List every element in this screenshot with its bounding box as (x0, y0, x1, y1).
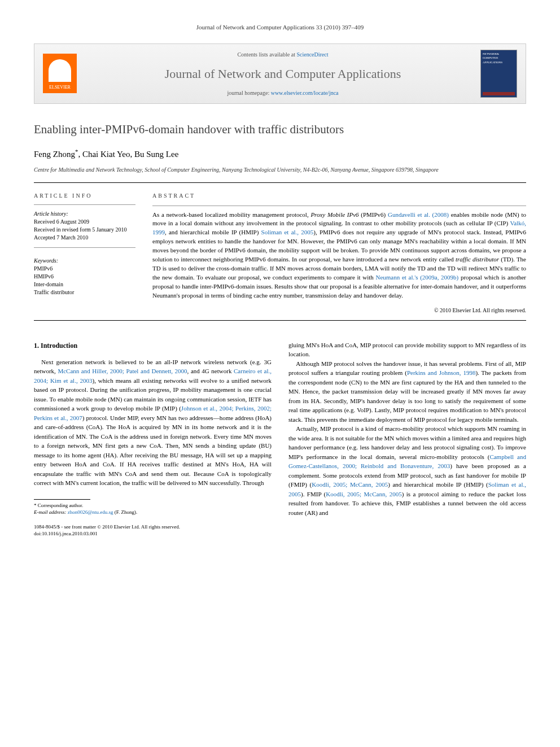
rule-below-abstract (34, 320, 526, 321)
author-1: Feng Zhong (34, 150, 75, 159)
keyword-3: Inter-domain (34, 281, 135, 289)
journal-banner: ELSEVIER Contents lists available at Sci… (34, 43, 526, 104)
footnote-rule (34, 499, 90, 500)
info-abstract-row: ARTICLE INFO Article history: Received 6… (34, 191, 526, 314)
abs-link-1[interactable]: Gundavelli et al. (2008) (388, 211, 449, 218)
c2p3-link5[interactable]: Koodli, 2005; McCann, 2005 (326, 491, 401, 497)
keyword-2: HMIPv6 (34, 273, 135, 281)
abstract-copyright: © 2010 Elsevier Ltd. All rights reserved… (152, 306, 526, 314)
footer-meta: 1084-8045/$ - see front matter © 2010 El… (34, 524, 272, 537)
cover-stripe (483, 92, 515, 95)
c1p1-b: , and 4G network (187, 368, 234, 374)
email-name: (F. Zhong). (113, 509, 137, 515)
keyword-1: PMIPv6 (34, 265, 135, 273)
abs-link-3[interactable]: Soliman et al., 2005 (261, 229, 314, 235)
column-left: 1. Introduction Next generation network … (34, 340, 272, 538)
contents-prefix: Contents lists available at (237, 51, 296, 58)
article-info-block: ARTICLE INFO Article history: Received 6… (34, 191, 135, 314)
contents-line: Contents lists available at ScienceDirec… (85, 50, 480, 59)
issn-line: 1084-8045/$ - see front matter © 2010 El… (34, 524, 272, 531)
c2p2-b: ). The packets from the correspondent no… (288, 369, 526, 423)
history-revised: Received in revised form 5 January 2010 (34, 226, 135, 234)
c2p3-c: ) and hierarchical mobile IP (HMIP) ( (388, 481, 488, 488)
sciencedirect-link[interactable]: ScienceDirect (296, 51, 328, 58)
email-address[interactable]: zhon0026@ntu.edu.sg (68, 509, 113, 515)
footnote-email: E-mail address: zhon0026@ntu.edu.sg (F. … (34, 509, 272, 516)
info-rule-2 (34, 247, 135, 248)
col2-paragraph-3: Actually, MIP protocol is a kind of macr… (288, 424, 526, 517)
rule-above-info (34, 182, 526, 183)
keyword-4: Traffic distributor (34, 289, 135, 296)
c2p3-d: ). FMIP ( (301, 491, 326, 497)
history-received: Received 6 August 2009 (34, 218, 135, 226)
c1p1-d: ) protocol. Under MIP, every MN has two … (34, 414, 272, 487)
article-title: Enabling inter-PMIPv6-domain handover wi… (34, 121, 526, 139)
col2-paragraph-2: Although MIP protocol solves the handove… (288, 359, 526, 425)
elsevier-label: ELSEVIER (49, 84, 71, 91)
running-header: Journal of Network and Computer Applicat… (34, 23, 526, 32)
article-info-heading: ARTICLE INFO (34, 191, 135, 200)
section-1-heading: 1. Introduction (34, 340, 272, 351)
email-label: E-mail address: (34, 509, 68, 515)
homepage-line: journal homepage: www.elsevier.com/locat… (85, 89, 480, 97)
doi-line: doi:10.1016/j.jnca.2010.03.001 (34, 531, 272, 538)
affiliation: Centre for Multimedia and Network Techno… (34, 165, 526, 174)
abstract-text: As a network-based localized mobility ma… (152, 211, 526, 300)
journal-cover-thumbnail: NETWORK& COMPUTER APPLICATIONS (480, 50, 517, 98)
keywords-heading: Keywords: (34, 256, 135, 265)
homepage-prefix: journal homepage: (227, 90, 270, 96)
col1-paragraph-1: Next generation network is believed to b… (34, 357, 272, 488)
abs-italic-2: traffic distributor (456, 256, 499, 263)
col2-paragraph-1: gluing MN's HoA and CoA, MIP protocol ca… (288, 340, 526, 359)
c2p3-link3[interactable]: Koodli, 2005; McCann, 2005 (312, 481, 388, 488)
abstract-block: ABSTRACT As a network-based localized mo… (152, 191, 526, 314)
journal-info: Contents lists available at ScienceDirec… (85, 50, 480, 97)
history-heading: Article history: (34, 209, 135, 218)
cover-text: NETWORK& COMPUTER APPLICATIONS (483, 52, 515, 65)
abs-link-4[interactable]: Neumann et al.'s (2009a, 2009b) (375, 274, 458, 281)
body-columns: 1. Introduction Next generation network … (34, 340, 526, 538)
abs-t4: , and hierarchical mobile IP (HMIP) (165, 229, 261, 235)
info-rule (34, 204, 135, 205)
abs-italic-1: Proxy Mobile IPv6 (310, 211, 358, 218)
homepage-link[interactable]: www.elsevier.com/locate/jnca (271, 90, 339, 96)
elsevier-logo: ELSEVIER (43, 54, 77, 93)
authors: Feng Zhong*, Chai Kiat Yeo, Bu Sung Lee (34, 147, 526, 161)
footnote-corresponding: * Corresponding author. (34, 503, 272, 509)
abstract-heading: ABSTRACT (152, 191, 526, 200)
journal-title: Journal of Network and Computer Applicat… (85, 64, 480, 83)
c2p2-link1[interactable]: Perkins and Johnson, 1998 (407, 369, 476, 376)
column-right: gluing MN's HoA and CoA, MIP protocol ca… (288, 340, 526, 538)
abs-t1: As a network-based localized mobility ma… (152, 211, 310, 218)
elsevier-tree-icon (49, 59, 71, 82)
keywords-block: Keywords: PMIPv6 HMIPv6 Inter-domain Tra… (34, 256, 135, 296)
abstract-rule (152, 206, 526, 206)
authors-rest: , Chai Kiat Yeo, Bu Sung Lee (78, 150, 178, 159)
abs-t2: (PMIPv6) (359, 211, 388, 218)
history-accepted: Accepted 7 March 2010 (34, 234, 135, 242)
c1p1-link1[interactable]: McCann and Hiller, 2000; Patel and Denne… (58, 368, 187, 374)
